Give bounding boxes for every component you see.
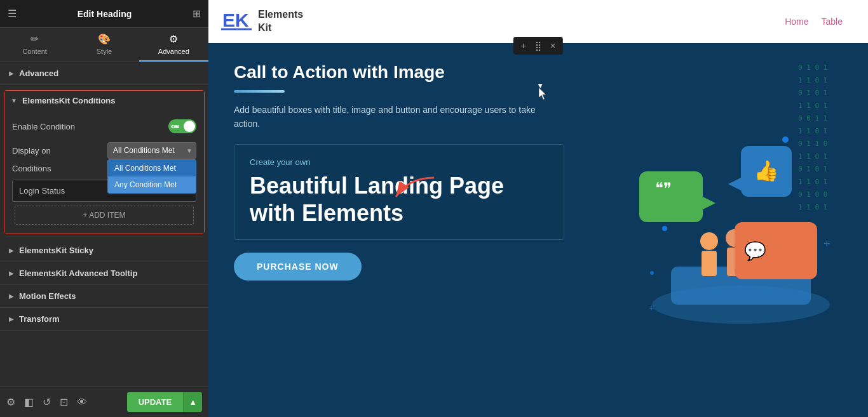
svg-text:0 1 0 1: 0 1 0 1 xyxy=(798,165,827,173)
grid-icon[interactable]: ⊞ xyxy=(193,8,201,20)
ek-tooltip-section-header[interactable]: ▶ ElementsKit Advanced Tooltip xyxy=(0,262,208,285)
motion-effects-section-header[interactable]: ▶ Motion Effects xyxy=(0,285,208,308)
preview-icon[interactable]: 👁 xyxy=(77,397,87,408)
enable-condition-row: Enable Condition ON xyxy=(10,116,199,137)
illustration-svg: 0 1 0 1 1 1 0 1 0 1 0 1 1 1 0 1 0 0 1 1 … xyxy=(633,51,862,343)
settings-icon[interactable]: ⚙ xyxy=(6,396,15,408)
svg-text:💬: 💬 xyxy=(744,241,766,261)
close-element-btn[interactable]: × xyxy=(548,39,558,52)
main-area: EK ElementsKit Home Table + ⣿ × 0 1 0 1 … xyxy=(208,0,868,417)
login-status-label: Login Status xyxy=(19,186,65,195)
svg-text:+: + xyxy=(649,303,654,313)
tab-bar: ✏ Content 🎨 Style ⚙ Advanced xyxy=(0,28,208,62)
ek-tooltip-arrow-icon: ▶ xyxy=(9,270,14,277)
advanced-arrow-icon: ▶ xyxy=(9,70,14,77)
dropdown-option-any[interactable]: Any Condition Met xyxy=(108,176,196,193)
tab-advanced-label: Advanced xyxy=(158,48,189,55)
landing-title: Beautiful Landing Page with Elements xyxy=(250,172,548,227)
svg-marker-21 xyxy=(703,197,715,209)
illustration: 0 1 0 1 1 1 0 1 0 1 0 1 1 1 0 1 0 0 1 1 … xyxy=(633,51,862,345)
dropdown-option-all[interactable]: All Conditions Met xyxy=(108,160,196,176)
advanced-section-header[interactable]: ▶ Advanced xyxy=(0,62,208,85)
nav-link-table[interactable]: Table xyxy=(822,17,843,27)
advanced-tab-icon: ⚙ xyxy=(169,33,178,45)
update-dropdown-button[interactable]: ▲ xyxy=(183,392,202,412)
purchase-button[interactable]: PURCHASE NOW xyxy=(234,253,362,281)
tab-content-label: Content xyxy=(22,48,47,55)
enable-condition-toggle[interactable]: ON xyxy=(168,119,196,133)
advanced-section-label: Advanced xyxy=(19,69,58,78)
history-icon[interactable]: ↺ xyxy=(43,396,51,408)
motion-effects-label: Motion Effects xyxy=(19,291,76,301)
update-button[interactable]: UPDATE xyxy=(127,392,183,412)
logo-area: EK ElementsKit xyxy=(221,8,303,35)
enable-condition-label: Enable Condition xyxy=(12,122,75,131)
ek-sticky-arrow-icon: ▶ xyxy=(9,247,14,254)
transform-arrow-icon: ▶ xyxy=(9,315,14,322)
svg-text:1 1 0 1: 1 1 0 1 xyxy=(798,152,827,161)
display-on-select-wrapper: All Conditions Met Any Condition Met ▼ A… xyxy=(107,142,196,159)
svg-text:EK: EK xyxy=(222,10,249,30)
left-panel: ☰ Edit Heading ⊞ ✏ Content 🎨 Style ⚙ Adv… xyxy=(0,0,208,417)
svg-text:1 1 0 1: 1 1 0 1 xyxy=(798,76,827,84)
transform-section-header[interactable]: ▶ Transform xyxy=(0,308,208,331)
toggle-on-label: ON xyxy=(172,124,179,129)
conditions-dropdown: All Conditions Met Any Condition Met xyxy=(107,159,196,194)
content-tab-icon: ✏ xyxy=(31,33,39,45)
svg-text:0 0 1 1: 0 0 1 1 xyxy=(798,114,827,122)
hamburger-icon[interactable]: ☰ xyxy=(8,8,17,20)
svg-text:1 1 0 1: 1 1 0 1 xyxy=(798,203,827,211)
ek-sticky-label: ElementsKit Sticky xyxy=(19,246,93,255)
ek-conditions-arrow-icon: ▼ xyxy=(11,97,17,104)
tab-style[interactable]: 🎨 Style xyxy=(69,28,139,62)
update-btn-group: UPDATE ▲ xyxy=(127,392,202,412)
top-bar: ☰ Edit Heading ⊞ xyxy=(0,0,208,28)
svg-text:👍: 👍 xyxy=(754,159,779,183)
bottom-left-icons: ⚙ ◧ ↺ ⊡ 👁 xyxy=(6,396,87,408)
svg-text:0 1 0 1: 0 1 0 1 xyxy=(798,89,827,97)
svg-text:0 1 0 0: 0 1 0 0 xyxy=(798,190,827,199)
panel-content: ▶ Advanced ▼ ElementsKit Conditions Enab… xyxy=(0,62,208,387)
svg-point-28 xyxy=(662,226,667,231)
svg-text:+: + xyxy=(824,237,831,250)
landing-subtitle: Create your own xyxy=(250,157,548,167)
display-on-row: Display on All Conditions Met Any Condit… xyxy=(10,141,199,160)
svg-text:1 1 0 1: 1 1 0 1 xyxy=(798,178,827,186)
toggle-knob xyxy=(184,121,195,132)
display-on-label: Display on xyxy=(12,146,51,156)
tab-style-label: Style xyxy=(97,48,112,55)
panel-title: Edit Heading xyxy=(78,9,132,19)
conditions-label: Conditions xyxy=(12,164,51,173)
hero-underline xyxy=(234,90,285,93)
add-item-button[interactable]: + ADD ITEM xyxy=(15,206,194,225)
logo-icon: EK xyxy=(221,9,252,34)
style-tab-icon: 🎨 xyxy=(98,33,111,45)
svg-text:0 1 0 1: 0 1 0 1 xyxy=(798,63,827,72)
display-on-select[interactable]: All Conditions Met Any Condition Met xyxy=(107,142,196,159)
svg-rect-20 xyxy=(639,171,703,222)
navigator-icon[interactable]: ⊡ xyxy=(60,396,68,408)
svg-marker-24 xyxy=(728,178,741,190)
layers-icon[interactable]: ◧ xyxy=(24,396,34,408)
add-element-btn[interactable]: + xyxy=(519,39,529,52)
ek-conditions-header[interactable]: ▼ ElementsKit Conditions xyxy=(4,91,204,110)
ek-conditions-label: ElementsKit Conditions xyxy=(22,96,116,105)
ek-tooltip-label: ElementsKit Advanced Tooltip xyxy=(19,268,137,278)
element-toolbar: + ⣿ × xyxy=(513,37,563,55)
svg-point-29 xyxy=(782,136,789,143)
svg-point-30 xyxy=(650,271,654,275)
ek-sticky-section-header[interactable]: ▶ ElementsKit Sticky xyxy=(0,239,208,262)
svg-rect-17 xyxy=(702,251,717,276)
nav-link-home[interactable]: Home xyxy=(785,17,808,27)
hero-description: Add beautiful boxes with title, image an… xyxy=(234,103,539,131)
svg-text:0 1 1 0: 0 1 1 0 xyxy=(798,140,827,148)
nav-links: Home Table xyxy=(785,17,843,27)
ek-conditions-box: ▼ ElementsKit Conditions Enable Conditio… xyxy=(4,90,205,234)
svg-text:❝❞: ❝❞ xyxy=(655,180,672,197)
svg-point-16 xyxy=(700,232,718,250)
tab-content[interactable]: ✏ Content xyxy=(0,28,69,62)
landing-box: Create your own Beautiful Landing Page w… xyxy=(234,144,564,240)
conditions-inner: Enable Condition ON Display on All Condi… xyxy=(4,110,204,234)
move-element-btn[interactable]: ⣿ xyxy=(532,39,544,52)
tab-advanced[interactable]: ⚙ Advanced xyxy=(139,28,208,62)
